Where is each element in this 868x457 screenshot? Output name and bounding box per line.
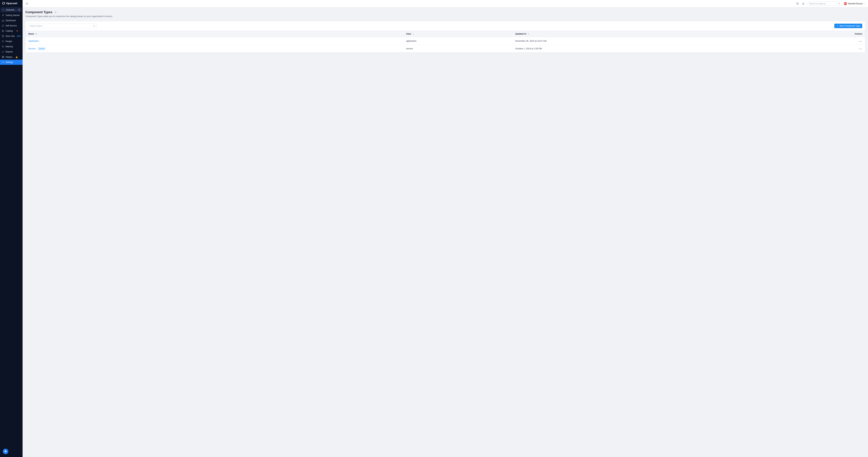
sidebar-item-label: Integrations	[5, 56, 14, 58]
type-updated: October 1, 2024 at 1:05 PM	[513, 45, 781, 53]
help-button[interactable]	[796, 2, 799, 5]
search-icon	[838, 2, 840, 5]
sidebar-item-people[interactable]: People	[0, 39, 23, 44]
page-header: Component Types 2 Component Types allow …	[23, 7, 868, 19]
new-component-type-button[interactable]: New Component Type	[834, 24, 862, 28]
sort-icon	[413, 33, 414, 35]
sort-icon	[36, 33, 37, 35]
col-header-actions: Actions	[781, 31, 865, 37]
topbar: DD Dominik Dorosz	[23, 0, 868, 7]
clock-icon	[2, 45, 4, 48]
svg-rect-3	[2, 30, 4, 32]
content: New Component Type Name Alias	[23, 19, 868, 57]
page-title: Component Types	[25, 10, 53, 14]
sidebar-item-label: Detected Services	[6, 9, 16, 11]
home-icon	[2, 19, 4, 22]
sidebar-toggle[interactable]	[25, 2, 29, 5]
svg-point-2	[3, 15, 3, 15]
sidebar-item-count: 0	[18, 8, 21, 11]
svg-rect-10	[2, 57, 3, 58]
chat-fab[interactable]	[3, 449, 8, 454]
main: DD Dominik Dorosz Component Types 2 Comp…	[23, 0, 868, 457]
grid-icon	[2, 56, 4, 58]
sidebar-item-getting-started[interactable]: Getting Started	[0, 13, 23, 18]
megaphone-icon	[802, 2, 805, 5]
svg-rect-8	[2, 56, 3, 57]
button-label: New Component Type	[840, 25, 860, 27]
user-name: Dominik Dorosz	[848, 2, 863, 5]
avatar: DD	[844, 2, 847, 5]
chevron-right-icon	[19, 30, 21, 32]
sidebar-item-label: Self-Service	[5, 25, 18, 27]
sidebar-item-settings[interactable]: Settings	[0, 60, 23, 65]
sidebar-item-integrations[interactable]: Integrations ⚠️	[0, 54, 23, 60]
gear-icon	[2, 61, 4, 63]
col-header-updated[interactable]: Updated At	[513, 31, 781, 37]
row-actions-menu[interactable]	[858, 48, 862, 50]
chat-icon	[4, 450, 7, 453]
user-menu[interactable]: DD Dominik Dorosz	[844, 2, 866, 5]
search-icon	[93, 25, 95, 27]
svg-point-16	[94, 25, 95, 26]
chevron-right-icon	[19, 46, 21, 48]
sidebar-item-label: People	[5, 40, 18, 42]
doc-icon	[2, 35, 4, 37]
brand[interactable]: OpsLevel	[0, 0, 23, 7]
type-alias: application	[403, 37, 513, 45]
type-updated: November 26, 2024 at 10:07 AM	[513, 37, 781, 45]
book-icon	[2, 30, 4, 32]
chevron-right-icon	[19, 51, 21, 53]
type-name-link[interactable]: Service	[28, 48, 36, 50]
sidebar-item-label: Dashboard	[5, 19, 21, 22]
new-badge: NEW	[17, 35, 21, 37]
help-icon	[796, 2, 799, 5]
col-header-alias[interactable]: Alias	[403, 31, 513, 37]
sidebar-item-label: Getting Started	[5, 14, 21, 17]
announcements-button[interactable]	[802, 2, 805, 5]
default-tag: Default	[37, 47, 45, 50]
svg-point-5	[2, 41, 3, 41]
sidebar-item-self-service[interactable]: Self-Service	[0, 23, 23, 28]
rocket-icon	[2, 14, 4, 17]
table-row: Application application November 26, 202…	[26, 37, 865, 45]
sidebar-item-maturity[interactable]: Maturity	[0, 44, 23, 49]
bar-chart-icon	[2, 51, 4, 53]
chevron-right-icon	[19, 61, 21, 63]
types-search-input[interactable]	[30, 25, 93, 27]
warning-icon: ⚠️	[16, 56, 18, 58]
col-header-name[interactable]: Name	[26, 31, 403, 37]
sort-icon	[528, 33, 529, 35]
svg-rect-9	[3, 56, 4, 57]
brand-logo-icon	[2, 2, 5, 5]
types-search[interactable]	[28, 24, 97, 28]
svg-point-15	[838, 3, 840, 4]
svg-point-6	[3, 41, 4, 41]
svg-point-12	[3, 62, 3, 62]
sidebar-item-reports[interactable]: Reports	[0, 49, 23, 54]
type-name-link[interactable]: Application	[28, 40, 39, 42]
sidebar-item-detected-services[interactable]: Detected Services 0	[1, 7, 22, 12]
sidebar-item-dashboard[interactable]: Dashboard	[0, 18, 23, 23]
sidebar-item-label: Docs Hub	[5, 35, 16, 37]
count-pill: 2	[54, 10, 58, 14]
chevron-right-icon	[19, 56, 21, 58]
global-search[interactable]	[807, 2, 842, 6]
refresh-icon	[2, 25, 4, 27]
page-description: Component Types allow you to customize t…	[25, 15, 865, 18]
card-toolbar: New Component Type	[26, 21, 865, 31]
sidebar-item-docs-hub[interactable]: Docs Hub NEW	[0, 33, 23, 39]
global-search-input[interactable]	[809, 2, 838, 5]
people-icon	[2, 40, 4, 42]
row-actions-menu[interactable]	[858, 40, 862, 42]
chevron-right-icon	[19, 25, 21, 27]
types-table: Name Alias Updated At Actions	[26, 31, 865, 52]
nav: Detected Services 0 Getting Started Dash…	[0, 7, 23, 449]
sidebar-item-catalog[interactable]: Catalog	[0, 28, 23, 33]
chevron-right-icon	[19, 40, 21, 42]
chevron-down-icon	[864, 3, 866, 4]
sidebar-item-label: Settings	[5, 61, 18, 63]
types-card: New Component Type Name Alias	[25, 21, 865, 53]
sparkle-icon	[2, 9, 4, 11]
sidebar: OpsLevel Detected Services 0 Getting Sta…	[0, 0, 23, 457]
sidebar-item-label: Reports	[5, 51, 18, 53]
